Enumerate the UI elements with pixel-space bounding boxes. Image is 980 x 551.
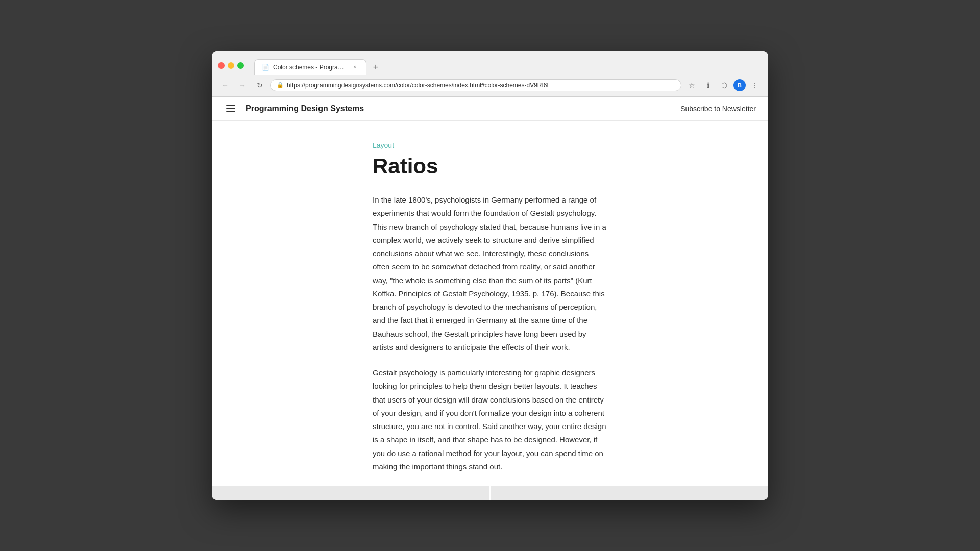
subscribe-button[interactable]: Subscribe to Newsletter bbox=[680, 105, 756, 113]
more-menu-button[interactable]: ⋮ bbox=[748, 78, 762, 92]
new-tab-button[interactable]: + bbox=[369, 61, 383, 75]
browser-window: 📄 Color schemes - Programmin... × + ← → … bbox=[212, 51, 768, 500]
active-tab[interactable]: 📄 Color schemes - Programmin... × bbox=[254, 59, 366, 75]
body-paragraph-2: Gestalt psychology is particularly inter… bbox=[373, 366, 607, 473]
body-paragraph-1: In the late 1800's, psychologists in Ger… bbox=[373, 193, 607, 354]
minimize-button[interactable] bbox=[228, 62, 234, 69]
page-content: Layout Ratios In the late 1800's, psycho… bbox=[212, 121, 768, 500]
site-nav-left: Programming Design Systems bbox=[224, 103, 364, 114]
title-bar: 📄 Color schemes - Programmin... × + bbox=[212, 51, 768, 75]
bottom-panels bbox=[212, 486, 768, 500]
bottom-panel-right bbox=[491, 486, 768, 500]
address-bar-row: ← → ↻ 🔒 ☆ ℹ ⬡ B ⋮ bbox=[212, 75, 768, 96]
refresh-button[interactable]: ↻ bbox=[253, 78, 267, 92]
maximize-button[interactable] bbox=[237, 62, 244, 69]
lock-icon: 🔒 bbox=[277, 82, 284, 88]
browser-chrome: 📄 Color schemes - Programmin... × + ← → … bbox=[212, 51, 768, 97]
url-input[interactable] bbox=[287, 82, 675, 89]
tab-title: Color schemes - Programmin... bbox=[273, 64, 347, 71]
hamburger-menu-button[interactable] bbox=[224, 103, 237, 114]
content-area: Layout Ratios In the late 1800's, psycho… bbox=[362, 141, 618, 473]
hamburger-line-1 bbox=[226, 105, 235, 106]
hamburger-line-2 bbox=[226, 108, 235, 109]
hamburger-line-3 bbox=[226, 111, 235, 112]
close-button[interactable] bbox=[218, 62, 225, 69]
bottom-panel-left bbox=[212, 486, 489, 500]
category-label: Layout bbox=[373, 141, 607, 149]
page-nav: Programming Design Systems Subscribe to … bbox=[212, 97, 768, 121]
site-title: Programming Design Systems bbox=[246, 104, 364, 113]
extensions-button[interactable]: ⬡ bbox=[717, 78, 731, 92]
profile-button[interactable]: B bbox=[733, 79, 746, 91]
back-button[interactable]: ← bbox=[218, 78, 232, 92]
tab-bar: 📄 Color schemes - Programmin... × + bbox=[248, 59, 389, 75]
page-heading: Ratios bbox=[373, 155, 607, 178]
tab-close-button[interactable]: × bbox=[351, 63, 359, 71]
forward-button[interactable]: → bbox=[235, 78, 250, 92]
address-bar[interactable]: 🔒 bbox=[270, 79, 681, 91]
tab-favicon: 📄 bbox=[262, 64, 269, 71]
bookmark-star-button[interactable]: ☆ bbox=[684, 78, 699, 92]
window-controls bbox=[218, 62, 244, 69]
reader-mode-button[interactable]: ℹ bbox=[701, 78, 715, 92]
toolbar-icons: ☆ ℹ ⬡ B ⋮ bbox=[684, 78, 762, 92]
